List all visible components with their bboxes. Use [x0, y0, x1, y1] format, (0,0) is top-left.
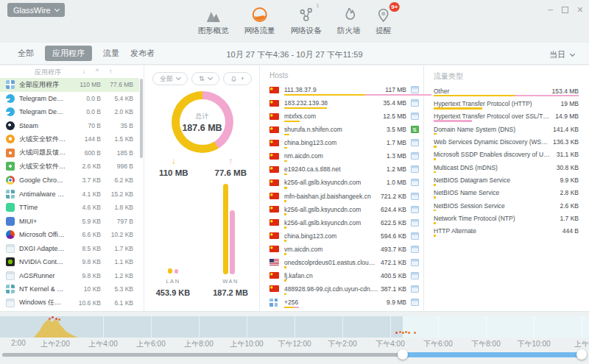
app-row[interactable]: NVIDIA Container9.8 KB1.1 KB [0, 255, 139, 269]
app-row[interactable]: MIUI+5.9 KB797 B [0, 214, 139, 228]
app-row[interactable]: 火绒安全软件升级程序2.6 KB998 B [0, 160, 139, 174]
app-upload-value: 6.2 KB [105, 176, 133, 184]
host-traffic-bar [284, 107, 327, 110]
app-row[interactable]: Windows 任务的主机进程10.6 KB6.1 KB [0, 296, 139, 310]
timeline-handle-right[interactable] [576, 349, 587, 360]
traffic-type-row[interactable]: Hypertext Transfer Protocol over SSL/TLS… [434, 110, 579, 123]
host-row[interactable]: china.bing123.com1.7 MB [269, 136, 421, 149]
traffic-type-bar [434, 171, 436, 174]
nav-firewall[interactable]: 防火墙 [333, 5, 365, 42]
traffic-type-name: Domain Name System (DNS) [434, 126, 549, 133]
tab-publisher[interactable]: 发布者 [130, 48, 155, 59]
traffic-type-row[interactable]: Domain Name System (DNS)141.4 KB [434, 123, 579, 135]
host-row[interactable]: +2569.9 MB [269, 296, 421, 309]
host-row[interactable]: k256-all.gslb.ksyuncdn.com622.5 KB [269, 216, 421, 229]
app-upload-value: 6.1 KB [105, 299, 133, 307]
traffic-type-bar [434, 184, 436, 186]
traffic-type-value: 31.1 KB [557, 151, 579, 158]
sort-download-icon[interactable]: ↓ [82, 68, 86, 75]
host-row[interactable]: nm.aicdn.com1.3 MB [269, 149, 421, 163]
traffic-type-row[interactable]: NetBIOS Session Service2.6 KB [434, 199, 579, 212]
host-traffic-value: 624.4 KB [381, 206, 406, 213]
host-row[interactable]: e19240.ca.s.tl88.net1.2 MB [269, 163, 421, 176]
download-bar-segment [434, 146, 437, 148]
wan-upload-bar [230, 210, 235, 274]
app-row[interactable]: Antimalware Service Ex...4.1 KB15.2 KB [0, 187, 139, 201]
nav-things[interactable]: 1 网络设备 [286, 5, 326, 42]
app-row[interactable]: 全部应用程序110 MB77.6 MB [0, 78, 139, 92]
timeline-time-label: 下午10:00 [517, 339, 550, 349]
host-name: mtxfxs.com [284, 113, 316, 120]
host-row[interactable]: k256-all.gslb.ksyuncdn.com624.4 KB [269, 203, 421, 216]
traffic-type-row[interactable]: NetBIOS Datagram Service9.9 KB [434, 174, 579, 186]
app-row[interactable]: DXGI Adapter Cache8.5 KB1.7 KB [0, 241, 139, 255]
us-flag-icon [269, 259, 279, 265]
timeline-graph[interactable] [0, 316, 589, 338]
lan-download-bar [168, 268, 172, 274]
host-row[interactable]: mfn-baishan.jd.baishangeek.cn721.2 KB [269, 190, 421, 203]
app-row[interactable]: Telegram Desktop0.0 B5.4 KB [0, 92, 139, 106]
host-row[interactable]: vm.aicdn.com493.7 KB [269, 243, 421, 256]
timeline-time-label: 上午6:00 [136, 339, 165, 349]
traffic-filter-button[interactable]: 全部 [152, 72, 188, 85]
host-row[interactable]: china.bing123.com594.6 KB [269, 229, 421, 243]
nav-label: 网络设备 [291, 26, 322, 36]
app-row[interactable]: TTime4.6 KB1.8 KB [0, 201, 139, 215]
timeline-handle-left[interactable] [398, 349, 408, 360]
timeline-gridline [199, 316, 200, 338]
traffic-type-row[interactable]: Web Services Dynamic Discovery (WS-Disc.… [434, 135, 579, 148]
tab-all[interactable]: 全部 [18, 48, 34, 59]
traffic-type-row[interactable]: Hypertext Transfer Protocol (HTTP)19 MB [434, 97, 579, 110]
app-row[interactable]: Microsoft Office Click-to...6.6 KB10.2 K… [0, 228, 139, 242]
tab-applications[interactable]: 应用程序 [45, 46, 92, 61]
host-row[interactable]: k256-all.gslb.ksyuncdn.com1.0 MB [269, 176, 421, 189]
host-name: k256-all.gslb.ksyuncdn.com [284, 219, 361, 226]
host-traffic-value: 1.7 MB [387, 139, 406, 146]
close-button[interactable]: × [577, 5, 583, 14]
traffic-type-row[interactable]: Multicast DNS (mDNS)30.8 KB [434, 161, 579, 174]
sidebar-scrollbar[interactable] [140, 79, 143, 158]
traffic-type-row[interactable]: Network Time Protocol (NTP)1.7 KB [434, 212, 579, 224]
traffic-filter-label: 全部 [160, 74, 173, 84]
host-row[interactable]: mtxfxs.com12.5 MB [269, 110, 421, 123]
traffic-type-row[interactable]: Other153.4 MB [434, 85, 579, 97]
host-row[interactable]: 488928.98-99.cjt.cdn.uyun-cdn.com387.1 K… [269, 282, 421, 296]
app-download-value: 5.9 KB [70, 218, 101, 225]
timeline-selected-range[interactable] [403, 352, 582, 357]
app-row[interactable]: Telegram Desktop0.0 B2.0 KB [0, 105, 139, 119]
date-range[interactable]: 10月 27 下午4:36 - 10月 27 下午11:59 [226, 49, 362, 60]
minimize-button[interactable]: – [548, 6, 553, 13]
tab-traffic[interactable]: 流量 [103, 48, 119, 59]
nav-usage[interactable]: 网络流量 [240, 5, 280, 42]
app-row[interactable]: Google Chrome3.7 KB6.2 KB [0, 174, 139, 188]
host-row[interactable]: shurufa.n.shifen.com3.5 MB⇅ [269, 123, 421, 136]
nav-graph[interactable]: 图形概览 [194, 5, 233, 42]
period-selector[interactable]: 当日 [549, 49, 574, 60]
host-row[interactable]: 183.232.139.3835.4 MB [269, 96, 421, 110]
traffic-type-row[interactable]: Microsoft SSDP Enables discovery of UPnP… [434, 149, 579, 161]
download-bar-segment [284, 266, 286, 268]
sort-upload-icon[interactable]: ↑ [109, 68, 113, 75]
traffic-type-row[interactable]: HTTP Alternate444 B [434, 225, 579, 238]
sort-direction-icon[interactable]: ^ [96, 68, 99, 75]
total-traffic-donut[interactable]: 总计 187.6 MB [172, 91, 233, 153]
sort-order-button[interactable]: ⇅ [191, 72, 219, 85]
app-download-value: 0.0 B [70, 108, 101, 115]
app-row[interactable]: 火绒安全软件 安全服务模块144 B1.5 KB [0, 132, 139, 146]
app-row[interactable]: 火绒问题反馈程序600 B185 B [0, 146, 139, 160]
host-traffic-value: 3.5 MB [387, 126, 406, 133]
host-row[interactable]: onedscolprdeus01.eastus.cloudap...472.1 … [269, 256, 421, 269]
activity-alert-dot [399, 331, 401, 333]
host-row[interactable]: 111.38.37.9117 MB [269, 83, 421, 96]
app-row[interactable]: AGSRunner9.8 KB1.2 KB [0, 268, 139, 282]
maximize-button[interactable] [562, 7, 568, 13]
glasswire-menu-button[interactable]: GlassWire [7, 3, 65, 17]
host-name: onedscolprdeus01.eastus.cloudap... [284, 259, 378, 266]
nav-alerts[interactable]: 9+ 提醒 [371, 5, 395, 42]
host-row[interactable]: fj.kafan.cn400.5 KB [269, 269, 421, 282]
add-alert-button[interactable]: + [223, 72, 252, 85]
timeline-time-label: 下午4:00 [375, 339, 404, 349]
traffic-type-row[interactable]: NetBIOS Name Service2.8 KB [434, 187, 579, 199]
app-row[interactable]: Steam70 B35 B [0, 119, 139, 133]
app-row[interactable]: NT Kernel & System10 KB5.3 KB [0, 282, 139, 296]
